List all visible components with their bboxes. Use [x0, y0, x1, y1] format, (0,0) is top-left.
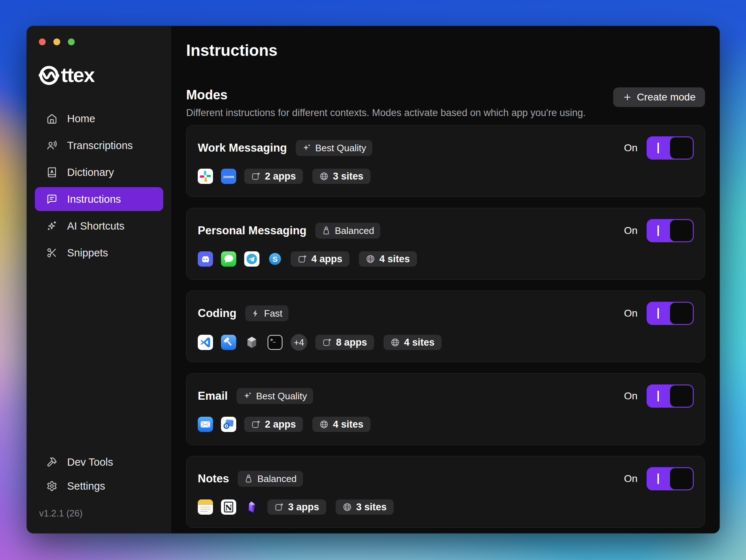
mode-title: Personal Messaging — [198, 224, 307, 237]
close-window-button[interactable] — [39, 38, 46, 45]
apps-count-label: 8 apps — [336, 337, 367, 348]
toggle-state-label: On — [624, 390, 638, 402]
app-logo: ttex — [38, 64, 171, 86]
bolt-icon — [251, 309, 260, 318]
outlook-app-icon — [221, 417, 236, 432]
notion-app-icon: N — [221, 499, 236, 515]
globe-icon — [390, 338, 400, 347]
mode-card-coding[interactable]: Coding Fast On — [186, 291, 705, 362]
sites-count-pill[interactable]: 4 sites — [312, 417, 370, 432]
apps-count-pill[interactable]: 2 apps — [244, 417, 303, 432]
sidebar: ttex Home Transcriptions — [27, 26, 171, 533]
apps-count-pill[interactable]: 3 apps — [267, 499, 326, 515]
plus-icon — [623, 92, 632, 102]
sites-count-pill[interactable]: 3 sites — [336, 499, 394, 515]
sidebar-item-dictionary[interactable]: Dictionary — [35, 160, 163, 184]
app-version: v1.2.1 (26) — [39, 508, 163, 519]
sidebar-item-label: Settings — [67, 480, 105, 492]
mode-card-notes[interactable]: Notes Balanced On — [186, 456, 705, 528]
modes-header: Modes Different instructions for differe… — [186, 87, 705, 119]
modes-heading: Modes — [186, 87, 586, 102]
apps-icon — [274, 502, 284, 512]
mode-title: Coding — [198, 307, 237, 320]
mode-title: Notes — [198, 472, 229, 485]
mode-toggle[interactable] — [647, 219, 694, 242]
sidebar-item-instructions[interactable]: Instructions — [35, 187, 163, 211]
instructions-icon — [46, 194, 57, 205]
mode-toggle[interactable] — [647, 384, 694, 408]
sites-count-pill[interactable]: 4 sites — [359, 251, 417, 267]
create-mode-button[interactable]: Create mode — [613, 87, 705, 107]
hammer-icon — [46, 457, 57, 468]
sidebar-item-dev-tools[interactable]: Dev Tools — [35, 450, 163, 474]
globe-icon — [319, 420, 329, 429]
toggle-state-label: On — [624, 473, 638, 485]
sites-count-label: 4 sites — [404, 337, 435, 348]
apps-icon — [298, 254, 307, 264]
svg-text:S: S — [272, 255, 278, 263]
mode-card-email[interactable]: Email Best Quality On — [186, 373, 705, 445]
mode-toggle[interactable] — [647, 136, 694, 160]
weight-icon — [244, 474, 253, 483]
apps-count-label: 2 apps — [265, 171, 296, 182]
window-controls — [39, 38, 75, 45]
obsidian-app-icon — [244, 499, 259, 515]
main-content: Instructions Modes Different instruction… — [171, 26, 720, 533]
apps-count-pill[interactable]: 2 apps — [244, 169, 303, 184]
globe-icon — [343, 502, 352, 512]
mode-card-work-messaging[interactable]: Work Messaging Best Quality On — [186, 125, 705, 197]
apps-count-pill[interactable]: 8 apps — [315, 335, 374, 350]
app-window: ttex Home Transcriptions — [27, 26, 720, 533]
scissors-icon — [46, 247, 57, 258]
quality-badge: Fast — [245, 305, 289, 321]
minimize-window-button[interactable] — [53, 38, 60, 45]
sites-count-label: 3 sites — [333, 171, 364, 182]
sidebar-item-ai-shortcuts[interactable]: AI Shortcuts — [35, 214, 163, 238]
apps-count-label: 2 apps — [265, 419, 296, 430]
toggle-on-indicator — [657, 225, 659, 236]
more-apps-count: +4 — [291, 334, 307, 351]
toggle-knob — [670, 385, 693, 407]
mode-toggle[interactable] — [647, 467, 694, 490]
quality-badge: Best Quality — [296, 140, 372, 156]
sidebar-item-snippets[interactable]: Snippets — [35, 241, 163, 265]
quality-label: Balanced — [335, 225, 374, 236]
sites-count-label: 4 sites — [380, 254, 410, 265]
sidebar-item-transcriptions[interactable]: Transcriptions — [35, 133, 163, 157]
mode-title: Work Messaging — [198, 141, 287, 155]
sidebar-item-label: Home — [67, 113, 95, 125]
discord-app-icon — [198, 251, 213, 267]
quality-label: Best Quality — [315, 143, 366, 154]
messages-app-icon — [221, 251, 236, 267]
globe-icon — [366, 254, 375, 264]
sidebar-item-settings[interactable]: Settings — [35, 474, 163, 498]
mode-toggle[interactable] — [647, 302, 694, 325]
sites-count-pill[interactable]: 3 sites — [312, 169, 370, 184]
sidebar-item-label: Transcriptions — [67, 140, 133, 152]
toggle-knob — [670, 302, 693, 324]
transcriptions-icon — [46, 140, 57, 151]
sidebar-item-label: AI Shortcuts — [67, 220, 124, 232]
cube-app-icon — [244, 335, 259, 350]
sites-count-label: 4 sites — [333, 419, 364, 430]
zoom-window-button[interactable] — [68, 38, 75, 45]
home-icon — [46, 113, 57, 124]
gear-icon — [46, 481, 57, 491]
svg-text:zoom: zoom — [223, 174, 234, 179]
slack-app-icon — [198, 169, 213, 184]
sparkle-icon — [302, 143, 311, 153]
terminal-app-icon: >_ — [267, 335, 283, 350]
sites-count-pill[interactable]: 4 sites — [384, 335, 442, 350]
svg-text:N: N — [225, 503, 232, 512]
globe-icon — [319, 172, 329, 181]
sidebar-item-label: Dictionary — [67, 166, 114, 178]
sites-count-label: 3 sites — [356, 502, 387, 513]
xcode-app-icon — [221, 335, 236, 350]
quality-badge: Best Quality — [237, 388, 313, 404]
telegram-app-icon — [244, 251, 259, 267]
sidebar-item-home[interactable]: Home — [35, 107, 163, 131]
mode-card-personal-messaging[interactable]: Personal Messaging Balanced On — [186, 208, 705, 280]
toggle-on-indicator — [657, 391, 659, 402]
dictionary-icon — [46, 167, 57, 178]
apps-count-pill[interactable]: 4 apps — [291, 251, 349, 267]
